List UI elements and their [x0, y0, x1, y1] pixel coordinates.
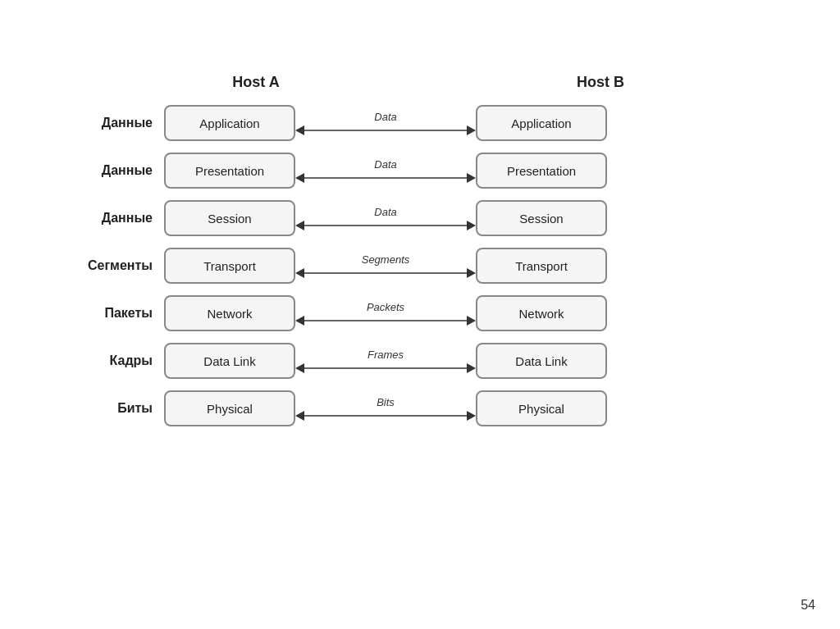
layers-area: ДанныеДанныеДанныеСегментыПакетыКадрыБит… [49, 99, 807, 432]
arrow-label-presentation: Data [374, 158, 396, 171]
host-a-session-box: Session [164, 200, 295, 236]
svg-marker-17 [467, 363, 476, 373]
svg-marker-14 [467, 316, 476, 326]
host-b-physical-box: Physical [476, 390, 607, 426]
double-arrow-network [295, 315, 476, 326]
host-a-presentation-box: Presentation [164, 153, 295, 189]
left-label-session: Данные [49, 194, 164, 242]
layer-row-presentation: PresentationData Presentation [164, 147, 607, 194]
layer-row-datalink: Data LinkFrames Data Link [164, 337, 607, 385]
arrow-area-datalink: Frames [295, 343, 476, 379]
host-a-network-box: Network [164, 295, 295, 331]
host-b-label: Host B [518, 74, 682, 91]
arrow-label-session: Data [374, 206, 396, 218]
host-b-application-box: Application [476, 105, 607, 141]
left-label-physical: Биты [49, 385, 164, 432]
svg-marker-3 [295, 173, 304, 183]
left-label-application: Данные [49, 99, 164, 147]
left-label-network: Пакеты [49, 289, 164, 337]
host-a-physical-box: Physical [164, 390, 295, 426]
host-b-presentation-box: Presentation [476, 153, 607, 189]
arrow-area-physical: Bits [295, 390, 476, 426]
double-arrow-presentation [295, 172, 476, 184]
arrow-area-transport: Segments [295, 248, 476, 284]
svg-marker-12 [295, 316, 304, 326]
layer-row-physical: PhysicalBits Physical [164, 385, 607, 432]
host-b-network-box: Network [476, 295, 607, 331]
double-arrow-datalink [295, 362, 476, 374]
double-arrow-physical [295, 410, 476, 422]
svg-marker-9 [295, 268, 304, 278]
arrow-label-transport: Segments [362, 253, 410, 266]
svg-marker-6 [295, 221, 304, 230]
arrow-label-network: Packets [367, 301, 404, 313]
svg-marker-15 [295, 363, 304, 373]
host-b-transport-box: Transport [476, 248, 607, 284]
svg-marker-11 [467, 268, 476, 278]
svg-marker-2 [467, 125, 476, 135]
host-a-transport-box: Transport [164, 248, 295, 284]
layer-row-application: ApplicationData Application [164, 99, 607, 147]
layer-row-transport: TransportSegments Transport [164, 242, 607, 289]
arrow-label-application: Data [374, 111, 396, 123]
host-b-session-box: Session [476, 200, 607, 236]
svg-marker-0 [295, 125, 304, 135]
arrow-label-datalink: Frames [368, 349, 404, 361]
main-diagram: ApplicationData ApplicationPresentationD… [164, 99, 607, 432]
left-label-transport: Сегменты [49, 242, 164, 289]
arrow-area-session: Data [295, 200, 476, 236]
layer-row-session: SessionData Session [164, 194, 607, 242]
arrow-area-application: Data [295, 105, 476, 141]
svg-marker-5 [467, 173, 476, 183]
left-label-presentation: Данные [49, 147, 164, 194]
arrow-area-presentation: Data [295, 153, 476, 189]
svg-marker-18 [295, 411, 304, 421]
svg-marker-8 [467, 221, 476, 230]
page-number: 54 [801, 598, 815, 613]
double-arrow-session [295, 220, 476, 231]
arrow-area-network: Packets [295, 295, 476, 331]
host-a-label: Host A [174, 74, 338, 91]
left-labels: ДанныеДанныеДанныеСегментыПакетыКадрыБит… [49, 99, 164, 432]
host-b-datalink-box: Data Link [476, 343, 607, 379]
layer-row-network: NetworkPackets Network [164, 289, 607, 337]
diagram-container: Host A Host B ДанныеДанныеДанныеСегменты… [49, 74, 807, 432]
headers-row: Host A Host B [174, 74, 814, 91]
svg-marker-20 [467, 411, 476, 421]
double-arrow-application [295, 125, 476, 136]
double-arrow-transport [295, 267, 476, 279]
host-a-datalink-box: Data Link [164, 343, 295, 379]
left-label-datalink: Кадры [49, 337, 164, 385]
arrow-label-physical: Bits [377, 396, 395, 408]
host-a-application-box: Application [164, 105, 295, 141]
